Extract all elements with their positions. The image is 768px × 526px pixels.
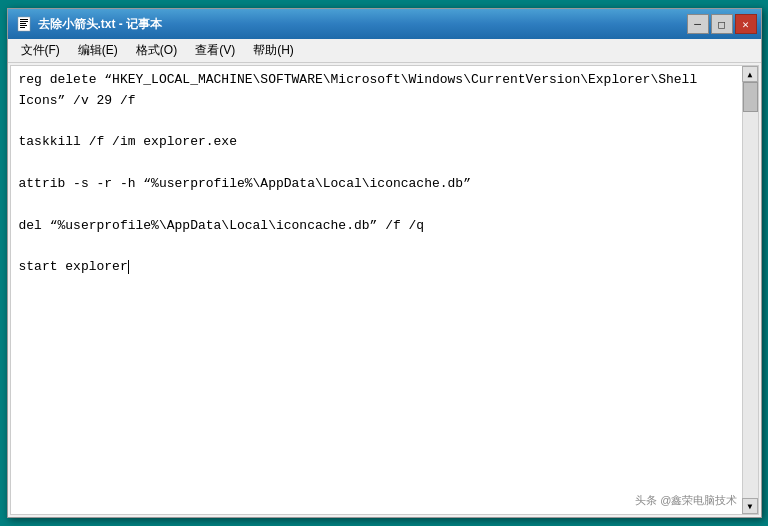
watermark: 头条 @鑫荣电脑技术 <box>635 493 737 508</box>
close-button[interactable]: ✕ <box>735 14 757 34</box>
svg-rect-1 <box>20 19 28 20</box>
text-cursor <box>128 260 129 274</box>
svg-rect-4 <box>20 25 27 26</box>
svg-rect-2 <box>20 21 28 22</box>
menu-bar: 文件(F) 编辑(E) 格式(O) 查看(V) 帮助(H) <box>8 39 761 63</box>
scroll-down-arrow[interactable]: ▼ <box>742 498 758 514</box>
scroll-up-arrow[interactable]: ▲ <box>742 66 758 82</box>
vertical-scrollbar[interactable]: ▲ ▼ <box>742 66 758 514</box>
notepad-icon <box>16 16 32 32</box>
menu-edit[interactable]: 编辑(E) <box>69 39 127 62</box>
content-area: reg delete “HKEY_LOCAL_MACHINE\SOFTWARE\… <box>10 65 759 515</box>
scroll-track[interactable] <box>743 82 758 498</box>
svg-rect-3 <box>20 23 26 24</box>
title-bar-left: 去除小箭头.txt - 记事本 <box>16 16 163 33</box>
scroll-thumb[interactable] <box>743 82 758 112</box>
title-buttons: ─ □ ✕ <box>687 14 757 34</box>
title-bar: 去除小箭头.txt - 记事本 ─ □ ✕ <box>8 9 761 39</box>
menu-format[interactable]: 格式(O) <box>127 39 186 62</box>
maximize-button[interactable]: □ <box>711 14 733 34</box>
window-title: 去除小箭头.txt - 记事本 <box>38 16 163 33</box>
menu-view[interactable]: 查看(V) <box>186 39 244 62</box>
menu-file[interactable]: 文件(F) <box>12 39 69 62</box>
text-editor[interactable]: reg delete “HKEY_LOCAL_MACHINE\SOFTWARE\… <box>11 66 758 514</box>
notepad-window: 去除小箭头.txt - 记事本 ─ □ ✕ 文件(F) 编辑(E) 格式(O) … <box>7 8 762 518</box>
menu-help[interactable]: 帮助(H) <box>244 39 303 62</box>
svg-rect-5 <box>20 27 25 28</box>
minimize-button[interactable]: ─ <box>687 14 709 34</box>
